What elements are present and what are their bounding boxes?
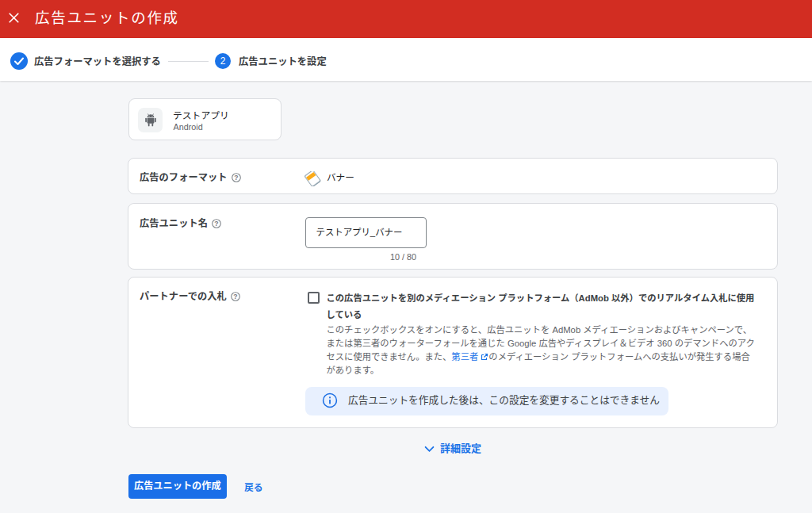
svg-text:?: ? <box>234 174 238 182</box>
svg-text:?: ? <box>233 293 237 301</box>
svg-text:?: ? <box>214 219 218 227</box>
